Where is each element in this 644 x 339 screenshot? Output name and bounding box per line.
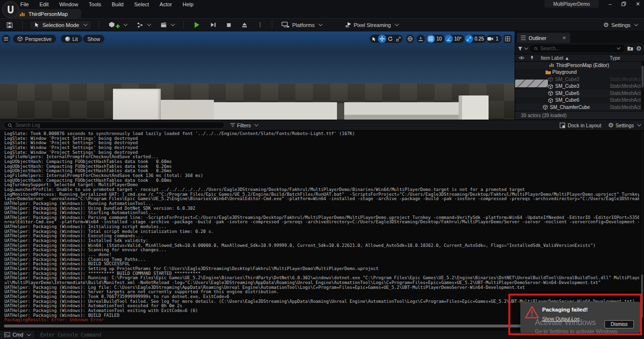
show-dropdown[interactable]: Show xyxy=(83,35,104,43)
toast-title: Packaging failed! xyxy=(542,307,588,312)
viewport-3d[interactable]: Perspective Lit Show 10 10° xyxy=(0,31,515,120)
restore-button[interactable] xyxy=(621,1,626,6)
outliner-scrollbar[interactable] xyxy=(642,62,644,110)
menu-help[interactable]: Help xyxy=(182,1,194,7)
show-output-log-link[interactable]: Show Output Log xyxy=(542,316,579,322)
tab-thirdpersonmap[interactable]: ThirdPersonMap xyxy=(14,9,81,18)
cinematics-dropdown[interactable] xyxy=(158,20,177,29)
mesh-icon xyxy=(543,105,548,110)
menu-tools[interactable]: Tools xyxy=(89,1,101,7)
selection-mode-dropdown[interactable]: Selection Mode xyxy=(29,20,92,30)
gear-icon: ⚙ xyxy=(608,122,614,128)
item-type: StaticMeshAct xyxy=(610,91,641,96)
pin-column-icon[interactable] xyxy=(530,55,534,60)
log-filters-dropdown[interactable]: Filters xyxy=(230,122,258,128)
menu-edit[interactable]: Edit xyxy=(40,1,49,7)
item-label: SM_Cube5 xyxy=(555,91,579,96)
menu-window[interactable]: Window xyxy=(59,1,78,7)
skip-frame-button[interactable] xyxy=(208,20,219,29)
scene-wall xyxy=(214,102,337,120)
item-label: SM_ChamferCube xyxy=(550,105,590,110)
outliner-row[interactable]: SM_Cube5StaticMeshAct xyxy=(515,90,641,97)
tab-label: ThirdPersonMap xyxy=(28,11,68,17)
platforms-icon xyxy=(281,22,290,28)
dismiss-button[interactable]: Dismiss xyxy=(604,320,634,328)
visibility-column-icon[interactable] xyxy=(518,56,525,60)
world-local-toggle[interactable] xyxy=(406,35,414,43)
scale-tool-button[interactable] xyxy=(394,35,403,43)
dock-in-layout-button[interactable]: Dock in Layout xyxy=(560,122,601,128)
select-tool-button[interactable] xyxy=(370,35,378,43)
settings-dropdown[interactable]: ⚙ Settings xyxy=(601,20,640,29)
filter-icon xyxy=(230,123,235,127)
menu-select[interactable]: Select xyxy=(134,1,149,7)
scale-snap-control[interactable]: 0.25 xyxy=(465,35,487,43)
divider xyxy=(22,21,23,29)
scale-snap-value[interactable]: 0.25 xyxy=(473,36,487,41)
outliner-row[interactable]: ThirdPersonMap (Editor) xyxy=(515,62,641,69)
rotate-tool-button[interactable] xyxy=(386,35,394,43)
play-options-menu[interactable]: ⋮ xyxy=(255,20,265,29)
grid-snap-control[interactable]: 10 xyxy=(427,35,445,43)
outliner-search-input[interactable] xyxy=(540,46,613,51)
close-button[interactable]: ✕ xyxy=(636,1,640,7)
save-button[interactable] xyxy=(4,20,15,30)
divider xyxy=(183,21,184,29)
log-lines: LogSlate: Took 0.000876 seconds to synch… xyxy=(4,132,639,324)
pixel-streaming-dropdown[interactable]: Pixel Streaming xyxy=(343,20,401,29)
plus-icon: ✚ xyxy=(116,24,120,29)
camera-speed-control[interactable]: 1 xyxy=(486,35,502,43)
menu-build[interactable]: Build xyxy=(112,1,124,7)
scale-snap-icon[interactable] xyxy=(465,35,473,43)
blueprints-dropdown[interactable] xyxy=(134,20,153,30)
close-tab-icon[interactable]: ✕ xyxy=(562,35,566,41)
item-type: StaticMeshAct xyxy=(610,83,641,89)
unreal-engine-logo-icon[interactable] xyxy=(1,0,20,19)
item-type: StaticMeshAct xyxy=(610,97,641,103)
log-search-box[interactable] xyxy=(3,122,224,129)
rotation-snap-control[interactable]: 10° xyxy=(445,35,464,43)
level-unsaved-icon xyxy=(19,12,25,16)
grid-snap-icon[interactable] xyxy=(427,35,435,43)
cmd-dropdown[interactable]: Cmd xyxy=(0,330,35,339)
outliner-filter-button[interactable] xyxy=(518,46,528,51)
outliner-row[interactable]: Playground xyxy=(515,69,641,76)
stop-button[interactable] xyxy=(224,21,234,29)
outliner-settings-icon[interactable]: ⚙ xyxy=(636,45,642,52)
log-vertical-scrollbar[interactable] xyxy=(641,132,643,320)
play-button[interactable] xyxy=(191,20,203,30)
grid-snap-value[interactable]: 10 xyxy=(435,36,445,41)
type-column-header[interactable]: Type xyxy=(610,55,620,61)
platforms-dropdown[interactable]: Platforms xyxy=(279,20,324,29)
menu-actor[interactable]: Actor xyxy=(160,1,172,7)
rotation-snap-value[interactable]: 10° xyxy=(453,36,464,41)
surface-snapping-toggle[interactable] xyxy=(417,35,425,43)
outliner-search-box[interactable] xyxy=(530,45,625,52)
eject-button[interactable] xyxy=(239,20,250,29)
outliner-tab-bar: Outliner ✕ xyxy=(515,31,644,43)
title-bar: FileEditWindowToolsBuildSelectActorHelp … xyxy=(0,0,644,8)
outliner-row[interactable]: SM_ChamferCubeStaticMeshAct xyxy=(515,104,641,111)
outliner-list-icon xyxy=(521,36,526,40)
angle-snap-icon[interactable] xyxy=(445,35,453,43)
menu-file[interactable]: File xyxy=(20,1,29,7)
log-settings-dropdown[interactable]: ⚙ Settings xyxy=(608,122,641,128)
item-label-column-header[interactable]: Item Label ▲ xyxy=(541,55,569,61)
log-search-input[interactable] xyxy=(15,122,220,128)
console-command-input[interactable] xyxy=(40,332,639,338)
lit-dropdown[interactable]: Lit xyxy=(61,35,82,43)
minimize-button[interactable]: – xyxy=(609,1,612,7)
move-tool-button[interactable] xyxy=(378,35,386,43)
terminal-icon xyxy=(4,332,10,337)
maximize-viewport-button[interactable] xyxy=(504,35,512,43)
add-actor-dropdown[interactable]: ✚ xyxy=(106,19,129,30)
outliner-row[interactable]: SM_Cube6StaticMeshAct xyxy=(515,97,641,104)
camera-speed-value[interactable]: 1 xyxy=(494,36,502,41)
perspective-dropdown[interactable]: Perspective xyxy=(13,35,56,43)
outliner-panel: Outliner ✕ ⚙ Item Label ▲ Type ThirdPers… xyxy=(515,31,644,120)
viewport-options-menu[interactable] xyxy=(2,35,10,43)
tab-outliner[interactable]: Outliner ✕ xyxy=(517,33,570,43)
chevron-down-icon xyxy=(637,122,641,126)
create-folder-button[interactable] xyxy=(627,46,633,51)
item-type: StaticMeshAct xyxy=(610,105,641,110)
